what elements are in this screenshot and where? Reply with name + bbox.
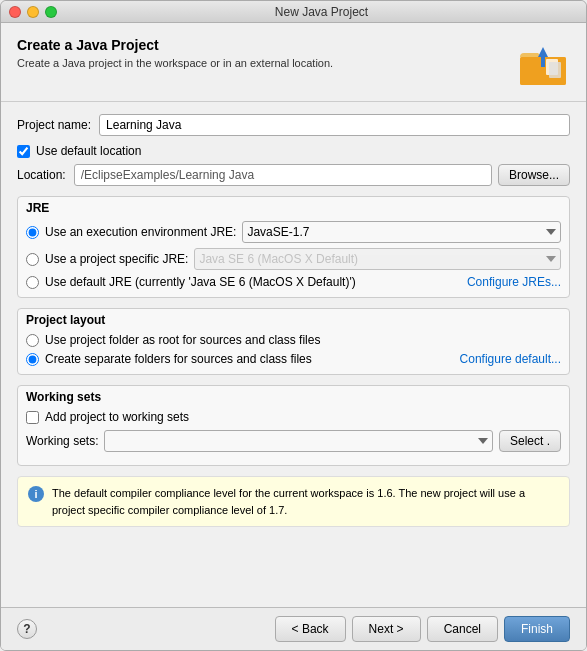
window-title: New Java Project <box>65 5 578 19</box>
help-button[interactable]: ? <box>17 619 37 639</box>
jre-radio2-row: Use a project specific JRE: Java SE 6 (M… <box>26 248 561 270</box>
cancel-button[interactable]: Cancel <box>427 616 498 642</box>
layout-radio2[interactable] <box>26 353 39 366</box>
jre-select2[interactable]: Java SE 6 (MacOS X Default) <box>194 248 561 270</box>
working-sets-label: Working sets: <box>26 434 98 448</box>
working-sets-content: Add project to working sets Working sets… <box>18 406 569 465</box>
use-default-location-checkbox[interactable] <box>17 145 30 158</box>
jre-radio3-label[interactable]: Use default JRE (currently 'Java SE 6 (M… <box>45 275 467 289</box>
working-sets-checkbox[interactable] <box>26 411 39 424</box>
back-button[interactable]: < Back <box>275 616 346 642</box>
project-name-input[interactable] <box>99 114 570 136</box>
location-row: Location: Browse... <box>17 164 570 186</box>
working-sets-checkbox-row: Add project to working sets <box>26 410 561 424</box>
maximize-button[interactable] <box>45 6 57 18</box>
window-buttons <box>9 6 57 18</box>
layout-radio1-label[interactable]: Use project folder as root for sources a… <box>45 333 320 347</box>
configure-default-link[interactable]: Configure default... <box>460 352 561 366</box>
layout-radio1-row: Use project folder as root for sources a… <box>26 333 561 347</box>
working-sets-title: Working sets <box>18 386 569 406</box>
page-title: Create a Java Project <box>17 37 333 53</box>
use-default-location-label[interactable]: Use default location <box>36 144 141 158</box>
header-text: Create a Java Project Create a Java proj… <box>17 37 333 69</box>
location-input[interactable] <box>74 164 492 186</box>
working-sets-select-row: Working sets: Select . <box>26 430 561 452</box>
project-layout-content: Use project folder as root for sources a… <box>18 329 569 374</box>
footer: ? < Back Next > Cancel Finish <box>1 607 586 650</box>
jre-radio3[interactable] <box>26 276 39 289</box>
layout-radio2-label[interactable]: Create separate folders for sources and … <box>45 352 460 366</box>
svg-rect-4 <box>549 62 561 78</box>
jre-section-title: JRE <box>18 197 569 217</box>
project-layout-title: Project layout <box>18 309 569 329</box>
working-sets-checkbox-label[interactable]: Add project to working sets <box>45 410 189 424</box>
titlebar: New Java Project <box>1 1 586 23</box>
jre-radio1-label[interactable]: Use an execution environment JRE: <box>45 225 236 239</box>
working-sets-section: Working sets Add project to working sets… <box>17 385 570 466</box>
jre-radio1-row: Use an execution environment JRE: JavaSE… <box>26 221 561 243</box>
jre-section: JRE Use an execution environment JRE: Ja… <box>17 196 570 298</box>
jre-radio2-label[interactable]: Use a project specific JRE: <box>45 252 188 266</box>
footer-buttons: < Back Next > Cancel Finish <box>275 616 570 642</box>
close-button[interactable] <box>9 6 21 18</box>
form-body: Project name: Use default location Locat… <box>1 102 586 607</box>
minimize-button[interactable] <box>27 6 39 18</box>
layout-radio2-row: Create separate folders for sources and … <box>26 352 561 366</box>
project-name-row: Project name: <box>17 114 570 136</box>
finish-button[interactable]: Finish <box>504 616 570 642</box>
project-name-label: Project name: <box>17 118 91 132</box>
main-content: Create a Java Project Create a Java proj… <box>1 23 586 650</box>
next-button[interactable]: Next > <box>352 616 421 642</box>
select-button[interactable]: Select . <box>499 430 561 452</box>
jre-radio2[interactable] <box>26 253 39 266</box>
header-section: Create a Java Project Create a Java proj… <box>1 23 586 102</box>
info-text: The default compiler compliance level fo… <box>52 485 559 518</box>
layout-radio1[interactable] <box>26 334 39 347</box>
project-layout-section: Project layout Use project folder as roo… <box>17 308 570 375</box>
info-icon: i <box>28 486 44 502</box>
jre-radio3-row: Use default JRE (currently 'Java SE 6 (M… <box>26 275 561 289</box>
jre-section-content: Use an execution environment JRE: JavaSE… <box>18 217 569 297</box>
working-sets-select[interactable] <box>104 430 493 452</box>
jre-radio1[interactable] <box>26 226 39 239</box>
location-label: Location: <box>17 168 66 182</box>
browse-button[interactable]: Browse... <box>498 164 570 186</box>
page-description: Create a Java project in the workspace o… <box>17 57 333 69</box>
use-default-location-row: Use default location <box>17 144 570 158</box>
folder-icon <box>516 37 570 91</box>
jre-select1[interactable]: JavaSE-1.7 JavaSE-1.8 JavaSE-11 <box>242 221 561 243</box>
info-box: i The default compiler compliance level … <box>17 476 570 527</box>
configure-jres-link[interactable]: Configure JREs... <box>467 275 561 289</box>
